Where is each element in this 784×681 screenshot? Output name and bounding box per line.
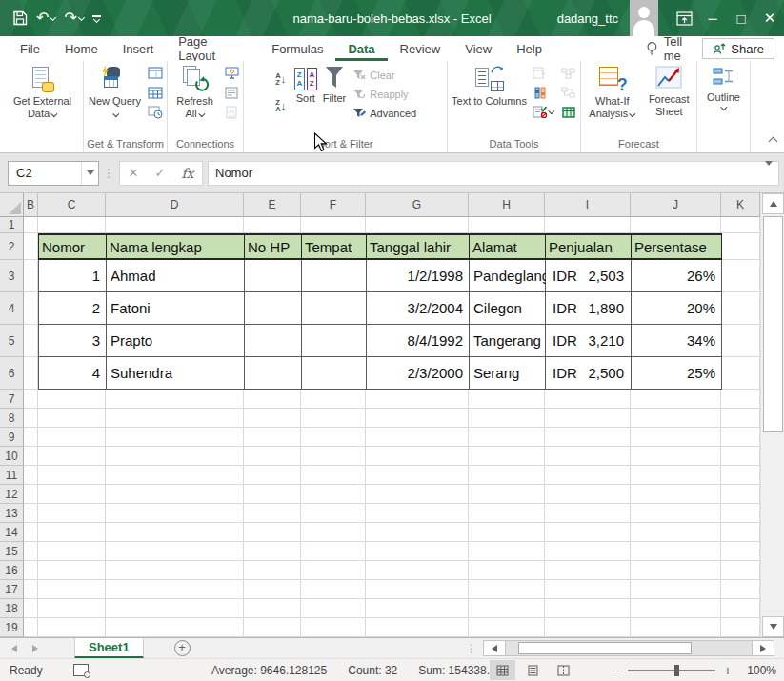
grid-cell[interactable] — [469, 447, 545, 466]
grid-cell[interactable] — [38, 618, 106, 637]
cell-tempat[interactable] — [302, 325, 367, 357]
grid-cell[interactable] — [366, 504, 469, 523]
scroll-up-button[interactable] — [762, 193, 784, 214]
close-button[interactable]: ✕ — [755, 0, 784, 36]
horizontal-scrollbar-thumb[interactable] — [518, 642, 692, 654]
grid-cell[interactable] — [106, 599, 244, 618]
grid-cell[interactable] — [721, 233, 760, 260]
grid-cell[interactable] — [38, 580, 106, 599]
cell-tanggal-lahir[interactable]: 1/2/1998 — [367, 260, 470, 292]
show-queries-button[interactable] — [147, 66, 164, 80]
grid-cell[interactable] — [38, 485, 106, 504]
grid-cell[interactable] — [631, 599, 721, 618]
cell-penjualan[interactable]: IDR2,503 — [546, 260, 632, 292]
column-header-H[interactable]: H — [469, 193, 545, 217]
grid-cell[interactable] — [469, 580, 545, 599]
grid-cell[interactable] — [244, 447, 301, 466]
cell-nomor[interactable]: 1 — [39, 260, 107, 292]
vertical-scrollbar[interactable] — [760, 193, 784, 637]
grid-cell[interactable] — [24, 542, 38, 561]
grid-cell[interactable] — [469, 542, 545, 561]
grid-cell[interactable] — [24, 504, 38, 523]
header-cell-penjualan[interactable]: Penjualan — [546, 235, 632, 260]
undo-button[interactable]: ↶ — [36, 10, 55, 26]
properties-button[interactable] — [223, 86, 240, 100]
grid-cell[interactable] — [721, 292, 760, 325]
grid-cell[interactable] — [631, 428, 721, 447]
grid-cell[interactable] — [721, 580, 760, 599]
grid-cell[interactable] — [244, 428, 301, 447]
grid-cell[interactable] — [545, 390, 631, 409]
grid-cell[interactable] — [24, 618, 38, 637]
grid-cell[interactable] — [721, 325, 760, 357]
zoom-slider-thumb[interactable] — [674, 665, 679, 676]
grid-cell[interactable] — [631, 618, 721, 637]
grid-cell[interactable] — [366, 390, 469, 409]
horizontal-scrollbar-track[interactable] — [506, 640, 752, 656]
cell-persentase[interactable]: 34% — [632, 325, 722, 357]
row-header-7[interactable]: 7 — [0, 390, 24, 409]
grid-cell[interactable] — [366, 217, 469, 233]
grid-cell[interactable] — [24, 561, 38, 580]
grid-cell[interactable] — [721, 618, 760, 637]
cancel-entry-button[interactable]: ✕ — [129, 166, 139, 180]
grid-cell[interactable] — [469, 599, 545, 618]
sheet-tab-sheet1[interactable]: Sheet1 — [74, 638, 144, 659]
remove-duplicates-button[interactable] — [532, 86, 549, 100]
grid-cell[interactable] — [38, 504, 106, 523]
minimize-button[interactable]: ─ — [698, 0, 727, 36]
insert-function-button[interactable]: fx — [181, 166, 193, 181]
consolidate-button[interactable] — [560, 66, 577, 80]
vertical-scrollbar-thumb[interactable] — [763, 216, 783, 432]
grid-cell[interactable] — [631, 390, 721, 409]
grid-cell[interactable] — [545, 580, 631, 599]
flash-fill-button[interactable] — [532, 66, 549, 80]
grid-cell[interactable] — [721, 599, 760, 618]
row-header-8[interactable]: 8 — [0, 409, 24, 428]
grid-cell[interactable] — [24, 466, 38, 485]
grid-cell[interactable] — [24, 217, 38, 233]
grid-cell[interactable] — [244, 390, 301, 409]
header-cell-persentase[interactable]: Persentase — [632, 235, 722, 260]
next-sheet-button[interactable] — [32, 645, 38, 652]
undo-dropdown-icon[interactable] — [50, 13, 56, 20]
cell-alamat[interactable]: Tangerang — [470, 325, 546, 357]
header-cell-tempat[interactable]: Tempat — [302, 235, 367, 260]
share-button[interactable]: Share — [702, 38, 774, 59]
grid-cell[interactable] — [24, 599, 38, 618]
column-header-E[interactable]: E — [244, 193, 301, 217]
grid-cell[interactable] — [545, 523, 631, 542]
grid-cell[interactable] — [24, 325, 38, 357]
grid-cell[interactable] — [301, 409, 366, 428]
grid-cell[interactable] — [469, 466, 545, 485]
refresh-all-button[interactable]: Refresh All — [169, 63, 221, 120]
grid-cell[interactable] — [366, 447, 469, 466]
cell-penjualan[interactable]: IDR3,210 — [546, 325, 632, 357]
grid-cell[interactable] — [38, 466, 106, 485]
column-header-C[interactable]: C — [38, 193, 106, 217]
horizontal-scrollbar[interactable] — [483, 640, 774, 656]
status-count[interactable]: Count: 32 — [348, 664, 397, 677]
cell-tanggal-lahir[interactable]: 3/2/2004 — [367, 292, 470, 325]
row-header-15[interactable]: 15 — [0, 542, 24, 561]
cell-tanggal-lahir[interactable]: 2/3/2000 — [367, 357, 470, 390]
grid-cell[interactable] — [24, 447, 38, 466]
name-box-dropdown[interactable] — [81, 162, 98, 185]
grid-cell[interactable] — [545, 485, 631, 504]
tab-insert[interactable]: Insert — [111, 36, 167, 61]
grid-cell[interactable] — [38, 217, 106, 233]
grid-cell[interactable] — [721, 485, 760, 504]
status-average[interactable]: Average: 9646.128125 — [211, 664, 327, 677]
header-cell-alamat[interactable]: Alamat — [470, 235, 546, 260]
cell-nomor[interactable]: 4 — [39, 357, 107, 390]
header-cell-no-hp[interactable]: No HP — [245, 235, 302, 260]
grid-cell[interactable] — [366, 561, 469, 580]
grid-cell[interactable] — [301, 428, 366, 447]
grid-cell[interactable] — [24, 409, 38, 428]
grid-cell[interactable] — [545, 428, 631, 447]
row-header-9[interactable]: 9 — [0, 428, 24, 447]
grid-cell[interactable] — [38, 409, 106, 428]
grid-cell[interactable] — [106, 542, 244, 561]
zoom-slider[interactable] — [628, 670, 715, 671]
grid-cell[interactable] — [721, 260, 760, 292]
